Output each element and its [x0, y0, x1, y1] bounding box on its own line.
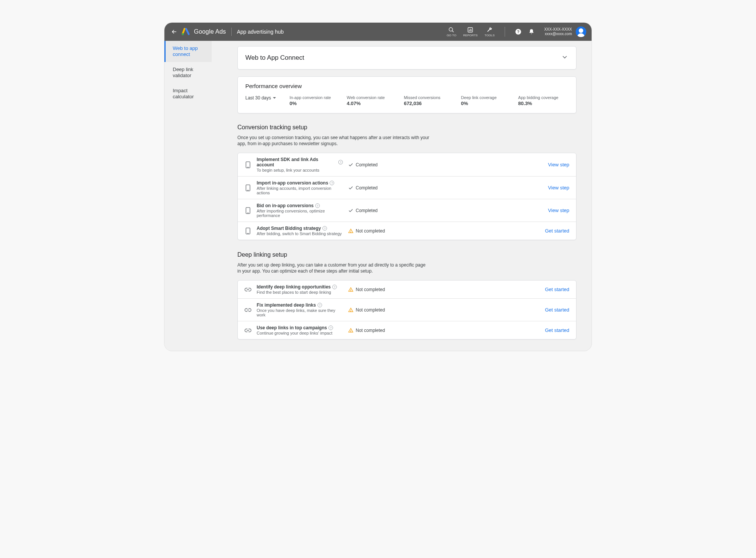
page-subtitle: App advertising hub	[237, 29, 284, 35]
step-action-link[interactable]: Get started	[545, 307, 569, 313]
metrics-row: In-app conversion rate0%Web conversion r…	[290, 95, 569, 106]
bell-icon	[528, 29, 534, 35]
step-row: Implement SDK and link Ads account ? To …	[238, 153, 576, 176]
goto-button[interactable]: GO TO	[447, 27, 457, 37]
step-type-icon	[245, 287, 251, 292]
svg-rect-4	[470, 29, 471, 31]
metric-value: 4.07%	[347, 101, 397, 106]
step-row: Fix implemented deep links ? Once you ha…	[238, 298, 576, 321]
step-type-icon	[245, 328, 251, 333]
hero-title: Web to App Connect	[245, 54, 304, 62]
svg-text:?: ?	[517, 29, 519, 34]
step-action-link[interactable]: View step	[548, 208, 569, 213]
metric-value: 0%	[461, 101, 511, 106]
top-bar: Google Ads App advertising hub GO TO REP…	[164, 23, 592, 41]
info-icon[interactable]: ?	[330, 181, 334, 185]
step-row: Identify deep linking opportunities ? Fi…	[238, 281, 576, 298]
step-status: Not completed	[348, 328, 540, 333]
step-status: Not completed	[348, 228, 540, 234]
chevron-down-icon	[561, 53, 569, 61]
step-title: Bid on in-app conversions ?	[257, 203, 343, 208]
sidebar-item-2[interactable]: Impact calculator	[164, 83, 212, 104]
warning-icon	[348, 328, 353, 333]
date-range-selector[interactable]: Last 30 days	[245, 95, 285, 101]
section-description: Once you set up conversion tracking, you…	[237, 135, 430, 147]
metric-label: Missed conversions	[404, 95, 454, 100]
metric-label: Web conversion rate	[347, 95, 397, 100]
metric-value: 80.3%	[518, 101, 569, 106]
metric-2: Missed conversions672,036	[404, 95, 454, 106]
wrench-icon	[486, 27, 493, 33]
metric-3: Deep link coverage0%	[461, 95, 511, 106]
sidebar: Web to app connectDeep link validatorImp…	[164, 41, 212, 351]
link-icon	[245, 308, 251, 312]
info-icon[interactable]: ?	[322, 226, 327, 231]
section-1: Deep linking setupAfter you set up deep …	[237, 251, 576, 339]
performance-title: Performance overview	[245, 83, 569, 89]
metric-0: In-app conversion rate0%	[290, 95, 340, 106]
divider	[231, 28, 232, 36]
step-title: Use deep links in top campaigns ?	[257, 325, 343, 330]
svg-point-21	[351, 311, 351, 311]
step-status: Completed	[348, 185, 543, 191]
link-icon	[245, 328, 251, 333]
step-type-icon	[245, 161, 251, 168]
step-action-link[interactable]: View step	[548, 185, 569, 191]
metric-4: App bidding coverage80.3%	[518, 95, 569, 106]
ads-icon	[182, 28, 190, 36]
svg-point-1	[449, 28, 452, 31]
step-row: Adopt Smart Bidding strategy ? After bid…	[238, 222, 576, 240]
account-info: XXX-XXX-XXXX xxxx@xxxx.com	[544, 27, 572, 36]
tools-button[interactable]: TOOLS	[485, 27, 495, 37]
metric-label: In-app conversion rate	[290, 95, 340, 100]
step-subtitle: Find the best places to start deep linki…	[257, 290, 343, 294]
step-action-link[interactable]: View step	[548, 162, 569, 167]
sidebar-item-1[interactable]: Deep link validator	[164, 62, 212, 83]
step-status: Not completed	[348, 287, 540, 292]
help-icon: ?	[515, 28, 522, 35]
info-icon[interactable]: ?	[328, 326, 333, 330]
warning-icon	[348, 287, 353, 292]
steps-list: Implement SDK and link Ads account ? To …	[237, 153, 576, 240]
info-icon[interactable]: ?	[315, 203, 320, 208]
step-action-link[interactable]: Get started	[545, 327, 569, 333]
phone-icon	[245, 184, 251, 191]
step-action-link[interactable]: Get started	[545, 228, 569, 234]
svg-point-0	[182, 33, 184, 35]
divider	[505, 27, 505, 37]
google-ads-logo	[182, 28, 190, 36]
expand-button[interactable]	[561, 53, 569, 62]
info-icon[interactable]: ?	[332, 285, 337, 289]
step-title: Implement SDK and link Ads account ?	[257, 157, 343, 167]
notifications-button[interactable]	[528, 29, 534, 35]
step-row: Bid on in-app conversions ? After import…	[238, 199, 576, 222]
step-title: Fix implemented deep links ?	[257, 302, 343, 308]
back-button[interactable]	[170, 28, 179, 35]
caret-down-icon	[273, 96, 276, 100]
account-menu[interactable]: XXX-XXX-XXXX xxxx@xxxx.com	[544, 26, 586, 37]
main-content: Web to App Connect Performance overview …	[212, 41, 592, 351]
check-icon	[348, 208, 353, 213]
sidebar-item-0[interactable]: Web to app connect	[164, 41, 212, 62]
step-type-icon	[245, 207, 251, 214]
warning-icon	[348, 228, 353, 234]
app-window: Google Ads App advertising hub GO TO REP…	[164, 23, 592, 351]
reports-button[interactable]: REPORTS	[463, 27, 478, 37]
info-icon[interactable]: ?	[318, 303, 322, 307]
phone-icon	[245, 207, 251, 214]
avatar-icon	[576, 26, 586, 37]
metric-value: 0%	[290, 101, 340, 106]
step-status: Completed	[348, 208, 543, 213]
phone-icon	[245, 161, 251, 168]
hero-card[interactable]: Web to App Connect	[237, 46, 576, 70]
arrow-left-icon	[171, 28, 178, 35]
step-subtitle: After linking accounts, import conversio…	[257, 186, 343, 195]
section-title: Conversion tracking setup	[237, 124, 576, 131]
step-subtitle: To begin setup, link your accounts	[257, 168, 343, 172]
search-icon	[448, 27, 454, 33]
info-icon[interactable]: ?	[338, 160, 343, 164]
metric-label: Deep link coverage	[461, 95, 511, 100]
step-action-link[interactable]: Get started	[545, 287, 569, 292]
step-title: Adopt Smart Bidding strategy ?	[257, 226, 343, 231]
help-button[interactable]: ?	[515, 29, 522, 35]
